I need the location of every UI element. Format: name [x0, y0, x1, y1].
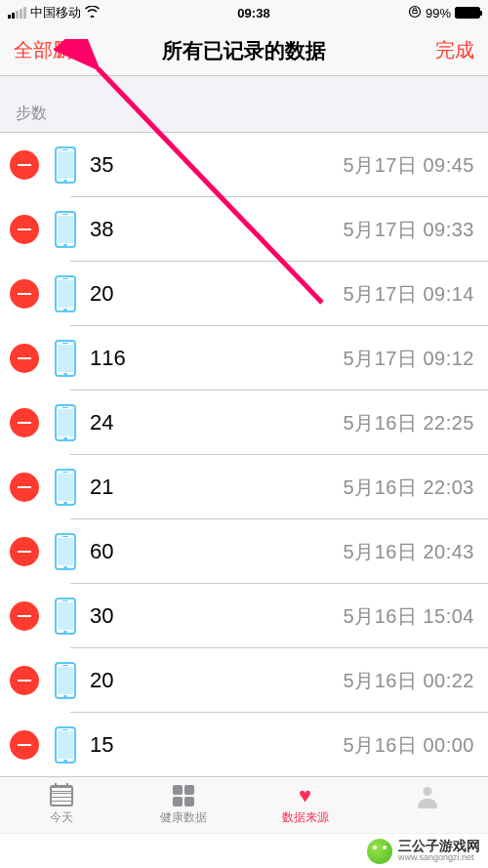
row-timestamp: 5月17日 09:12 [344, 346, 474, 372]
tab-medical-id[interactable] [366, 777, 488, 833]
data-row[interactable]: 385月17日 09:33 [0, 197, 488, 262]
grid-icon [170, 784, 197, 807]
iphone-icon [55, 533, 76, 570]
step-value: 24 [90, 410, 344, 435]
data-row[interactable]: 205月16日 00:22 [0, 648, 488, 713]
delete-row-button[interactable] [10, 601, 39, 631]
tab-bar: 今天 健康数据 ♥ 数据来源 [0, 776, 488, 833]
calendar-icon [48, 784, 75, 807]
delete-row-button[interactable] [10, 473, 39, 502]
delete-all-button[interactable]: 全部删除 [14, 37, 92, 63]
data-list: 355月17日 09:45385月17日 09:33205月17日 09:141… [0, 132, 488, 842]
iphone-icon [55, 340, 76, 377]
step-value: 30 [90, 603, 344, 629]
step-value: 20 [90, 281, 344, 307]
iphone-icon [55, 146, 76, 184]
delete-row-button[interactable] [10, 408, 39, 437]
signal-icon [8, 7, 26, 19]
delete-row-button[interactable] [10, 344, 39, 373]
carrier-label: 中国移动 [30, 4, 81, 21]
orientation-lock-icon [408, 5, 422, 21]
section-header-steps: 步数 [0, 76, 488, 132]
data-row[interactable]: 355月17日 09:45 [0, 133, 488, 197]
delete-row-button[interactable] [10, 730, 39, 760]
iphone-icon [55, 662, 76, 699]
delete-row-button[interactable] [10, 279, 39, 309]
status-bar: 中国移动 09:38 99% [0, 0, 488, 25]
tab-label [426, 811, 428, 825]
status-left: 中国移动 [8, 4, 100, 21]
tab-label: 数据来源 [282, 809, 329, 826]
data-row[interactable]: 205月17日 09:14 [0, 262, 488, 326]
row-timestamp: 5月16日 00:00 [344, 732, 474, 759]
battery-percent: 99% [426, 6, 451, 21]
watermark-logo-icon [367, 839, 392, 864]
row-timestamp: 5月16日 22:25 [344, 410, 474, 436]
step-value: 116 [90, 346, 344, 371]
tab-data-source[interactable]: ♥ 数据来源 [244, 777, 366, 833]
iphone-icon [55, 598, 76, 635]
tab-label: 今天 [50, 809, 73, 826]
iphone-icon [55, 275, 76, 312]
tab-today[interactable]: 今天 [0, 777, 122, 833]
iphone-icon [55, 726, 76, 764]
delete-row-button[interactable] [10, 666, 39, 695]
data-row[interactable]: 305月16日 15:04 [0, 584, 488, 648]
step-value: 21 [90, 475, 344, 500]
data-row[interactable]: 245月16日 22:25 [0, 391, 488, 455]
watermark: 三公子游戏网 www.sangongzi.net [0, 833, 488, 868]
row-timestamp: 5月16日 00:22 [344, 668, 474, 694]
row-timestamp: 5月16日 22:03 [344, 475, 474, 501]
data-row[interactable]: 215月16日 22:03 [0, 455, 488, 519]
status-time: 09:38 [237, 6, 269, 21]
data-row[interactable]: 1165月17日 09:12 [0, 326, 488, 391]
wifi-icon [85, 6, 100, 21]
heart-icon: ♥ [292, 784, 319, 807]
data-row[interactable]: 605月16日 20:43 [0, 519, 488, 584]
row-timestamp: 5月16日 20:43 [344, 539, 474, 565]
row-timestamp: 5月16日 15:04 [344, 603, 474, 630]
step-value: 38 [90, 217, 344, 242]
data-row[interactable]: 155月16日 00:00 [0, 713, 488, 777]
row-timestamp: 5月17日 09:14 [344, 281, 474, 308]
tab-label: 健康数据 [160, 809, 207, 826]
row-timestamp: 5月17日 09:33 [344, 217, 474, 243]
step-value: 20 [90, 668, 344, 693]
tab-health-data[interactable]: 健康数据 [122, 777, 244, 833]
row-timestamp: 5月17日 09:45 [344, 152, 474, 179]
watermark-url: www.sangongzi.net [398, 853, 480, 863]
iphone-icon [55, 211, 76, 248]
delete-row-button[interactable] [10, 215, 39, 244]
step-value: 60 [90, 539, 344, 564]
person-icon [414, 786, 441, 809]
nav-bar: 全部删除 所有已记录的数据 完成 [0, 25, 488, 76]
battery-icon [455, 7, 480, 19]
step-value: 15 [90, 732, 344, 758]
step-value: 35 [90, 152, 344, 178]
iphone-icon [55, 469, 76, 506]
watermark-name: 三公子游戏网 [398, 839, 480, 853]
done-button[interactable]: 完成 [435, 37, 474, 63]
delete-row-button[interactable] [10, 537, 39, 566]
delete-row-button[interactable] [10, 150, 39, 180]
iphone-icon [55, 404, 76, 441]
status-right: 99% [408, 5, 480, 21]
